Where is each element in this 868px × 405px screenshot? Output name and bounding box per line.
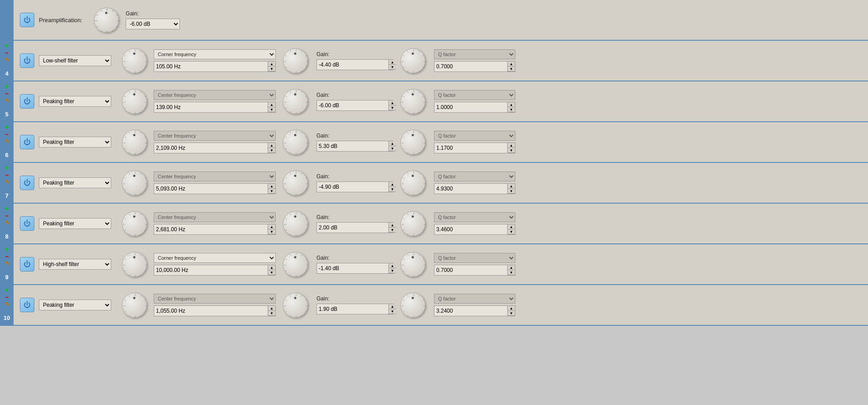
edit-button-6[interactable]: ✎ xyxy=(5,138,9,144)
freq-label-select-7[interactable]: Center frequency xyxy=(154,172,276,181)
power-button-8[interactable]: ⏻ xyxy=(20,216,34,231)
q-knob-9[interactable] xyxy=(401,252,425,277)
gain-value-input-7[interactable] xyxy=(317,182,388,191)
freq-value-input-8[interactable] xyxy=(154,225,268,234)
freq-value-input-4[interactable] xyxy=(154,62,268,71)
gain-spin-up-5[interactable]: ▲ xyxy=(389,100,396,105)
edit-button-10[interactable]: ✎ xyxy=(5,301,9,307)
freq-label-select-9[interactable]: Corner frequency xyxy=(154,253,276,263)
freq-knob-8[interactable] xyxy=(122,211,147,236)
power-button-3[interactable]: ⏻ xyxy=(20,13,34,27)
remove-button-8[interactable]: − xyxy=(5,213,9,219)
power-button-5[interactable]: ⏻ xyxy=(20,94,34,109)
freq-knob-5[interactable] xyxy=(122,89,147,114)
q-spin-down-9[interactable]: ▼ xyxy=(508,270,515,275)
filter-type-select-7[interactable]: Peaking filter xyxy=(39,177,111,188)
q-spin-up-5[interactable]: ▲ xyxy=(508,102,515,107)
q-spin-up-6[interactable]: ▲ xyxy=(508,143,515,148)
q-spin-down-4[interactable]: ▼ xyxy=(508,67,515,71)
gain-spin-down-4[interactable]: ▼ xyxy=(389,65,396,70)
q-spin-up-4[interactable]: ▲ xyxy=(508,62,515,67)
gain-value-input-5[interactable] xyxy=(317,101,388,110)
q-label-select-8[interactable]: Q factor xyxy=(434,212,515,222)
gain-spin-down-5[interactable]: ▼ xyxy=(389,105,396,110)
gain-spin-down-10[interactable]: ▼ xyxy=(389,309,396,314)
freq-spin-up-6[interactable]: ▲ xyxy=(268,143,275,148)
gain-knob-9[interactable] xyxy=(283,252,308,277)
freq-spin-down-5[interactable]: ▼ xyxy=(268,107,275,112)
freq-spin-up-10[interactable]: ▲ xyxy=(268,306,275,311)
freq-spin-down-4[interactable]: ▼ xyxy=(268,67,275,71)
q-knob-5[interactable] xyxy=(401,89,425,114)
freq-spin-down-7[interactable]: ▼ xyxy=(268,189,275,194)
filter-type-select-8[interactable]: Peaking filter xyxy=(39,218,111,229)
freq-label-select-4[interactable]: Corner frequency xyxy=(154,49,276,59)
filter-type-select-10[interactable]: Peaking filter xyxy=(39,300,111,310)
freq-spin-up-8[interactable]: ▲ xyxy=(268,224,275,229)
freq-label-select-8[interactable]: Center frequency xyxy=(154,212,276,222)
gain-knob-8[interactable] xyxy=(283,211,308,236)
gain-knob-6[interactable] xyxy=(283,130,308,155)
freq-spin-down-9[interactable]: ▼ xyxy=(268,270,275,275)
freq-label-select-10[interactable]: Center frequency xyxy=(154,294,276,304)
q-spin-down-10[interactable]: ▼ xyxy=(508,311,515,316)
remove-button-4[interactable]: − xyxy=(5,50,9,56)
q-spin-down-8[interactable]: ▼ xyxy=(508,229,515,234)
remove-button-10[interactable]: − xyxy=(5,294,9,300)
remove-button-6[interactable]: − xyxy=(5,131,9,138)
gain-spin-down-6[interactable]: ▼ xyxy=(389,146,396,151)
q-knob-8[interactable] xyxy=(401,211,425,236)
filter-type-select-5[interactable]: Peaking filter xyxy=(39,96,111,107)
q-knob-7[interactable] xyxy=(401,171,425,195)
freq-value-input-5[interactable] xyxy=(154,103,268,112)
power-button-6[interactable]: ⏻ xyxy=(20,135,34,149)
freq-knob-6[interactable] xyxy=(122,130,147,155)
remove-button-5[interactable]: − xyxy=(5,91,9,97)
freq-knob-9[interactable] xyxy=(122,252,147,277)
freq-spin-up-4[interactable]: ▲ xyxy=(268,62,275,67)
gain-spin-down-9[interactable]: ▼ xyxy=(389,268,396,273)
q-spin-up-8[interactable]: ▲ xyxy=(508,224,515,229)
edit-button-4[interactable]: ✎ xyxy=(5,57,9,63)
freq-value-input-7[interactable] xyxy=(154,184,268,193)
gain-value-input-9[interactable] xyxy=(317,264,388,273)
q-label-select-9[interactable]: Q factor xyxy=(434,253,515,263)
q-spin-down-6[interactable]: ▼ xyxy=(508,148,515,153)
freq-knob-4[interactable] xyxy=(122,48,147,73)
gain-knob-4[interactable] xyxy=(283,48,308,73)
gain-value-input-10[interactable] xyxy=(317,305,388,314)
q-value-input-10[interactable] xyxy=(434,306,507,315)
power-button-10[interactable]: ⏻ xyxy=(20,298,34,312)
freq-spin-up-5[interactable]: ▲ xyxy=(268,102,275,107)
q-knob-10[interactable] xyxy=(401,293,425,318)
gain-knob-7[interactable] xyxy=(283,171,308,195)
q-label-select-5[interactable]: Q factor xyxy=(434,90,515,100)
q-knob-6[interactable] xyxy=(401,130,425,155)
freq-value-input-9[interactable] xyxy=(154,266,268,275)
q-value-input-4[interactable] xyxy=(434,62,507,71)
freq-spin-down-8[interactable]: ▼ xyxy=(268,229,275,234)
add-button-7[interactable]: + xyxy=(5,165,9,171)
add-button-5[interactable]: + xyxy=(5,83,9,90)
gain-spin-up-8[interactable]: ▲ xyxy=(389,223,396,228)
freq-value-input-6[interactable] xyxy=(154,143,268,152)
q-label-select-10[interactable]: Q factor xyxy=(434,294,515,304)
add-button-6[interactable]: + xyxy=(5,124,9,130)
gain-spin-up-7[interactable]: ▲ xyxy=(389,182,396,187)
q-spin-down-7[interactable]: ▼ xyxy=(508,189,515,194)
power-button-7[interactable]: ⏻ xyxy=(20,176,34,190)
filter-type-select-6[interactable]: Peaking filter xyxy=(39,137,111,148)
q-spin-up-10[interactable]: ▲ xyxy=(508,306,515,311)
filter-type-select-9[interactable]: High-shelf filter xyxy=(39,259,111,270)
gain-spin-up-6[interactable]: ▲ xyxy=(389,141,396,146)
add-button-8[interactable]: + xyxy=(5,205,9,212)
add-button-10[interactable]: + xyxy=(5,287,9,293)
q-knob-4[interactable] xyxy=(401,48,425,73)
gain-knob-5[interactable] xyxy=(283,89,308,114)
freq-spin-up-7[interactable]: ▲ xyxy=(268,184,275,189)
gain-knob-10[interactable] xyxy=(283,293,308,318)
gain-spin-down-8[interactable]: ▼ xyxy=(389,228,396,233)
power-button-9[interactable]: ⏻ xyxy=(20,257,34,272)
edit-button-7[interactable]: ✎ xyxy=(5,179,9,185)
gain-value-input-4[interactable] xyxy=(317,60,388,69)
